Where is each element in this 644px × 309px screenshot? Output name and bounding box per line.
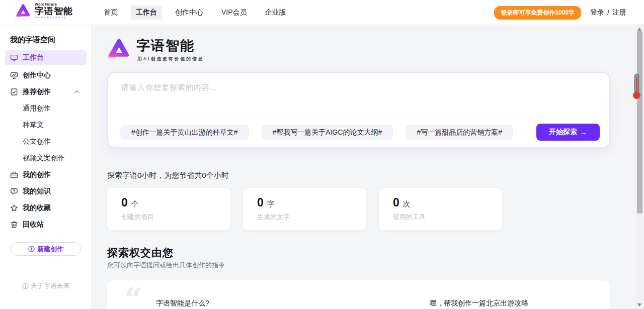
briefcase-icon	[10, 171, 18, 179]
stats-cards: 0 个 创建的项目 0 字 生成的文字 0 次 使用的工具	[107, 188, 502, 230]
top-header: WordFuture 字语智能 用AI创造更有价值的信息 首页 工作台 创作中心…	[0, 0, 644, 25]
explore-section-title: 探索权交由您	[107, 246, 174, 260]
stat-value: 0	[257, 196, 264, 210]
page-scrollbar[interactable]	[635, 24, 644, 309]
scroll-up-icon[interactable]	[637, 28, 641, 31]
stat-value: 0	[121, 196, 128, 210]
sidebar-item-my-creations[interactable]: 我的创作	[0, 166, 92, 183]
sidebar-subitem-general[interactable]: 通用创作	[0, 100, 92, 117]
stat-label: 使用的工具	[393, 213, 502, 222]
sidebar-item-label: 推荐创作	[23, 87, 51, 96]
suggestion-chip-huangshan[interactable]: #创作一篇关于黄山出游的种草文#	[120, 125, 249, 140]
start-explore-button[interactable]: 开始探索 →	[536, 124, 600, 141]
quote-question[interactable]: 字语智能是什么?	[156, 299, 209, 308]
new-creation-label: 新建创作	[37, 245, 63, 254]
recommend-doc-icon	[10, 88, 18, 96]
search-input[interactable]	[121, 83, 574, 112]
stats-summary: 探索字语0小时，为您节省共0个小时	[107, 171, 229, 180]
sidebar-item-recycle-bin[interactable]: 回收站	[0, 216, 92, 233]
app-screen: WordFuture 字语智能 用AI创造更有价值的信息 首页 工作台 创作中心…	[0, 0, 644, 309]
nav-creation-center[interactable]: 创作中心	[170, 6, 208, 20]
explore-section-subtitle: 您可以向字语提问或给出具体创作的指令	[107, 261, 225, 270]
new-creation-button[interactable]: 新建创作	[11, 242, 81, 256]
sidebar-item-creation-center[interactable]: 创作中心	[0, 67, 92, 83]
search-card: #创作一篇关于黄山出游的种草文# #帮我写一篇关于AIGC的论文大纲# #写一篇…	[107, 72, 610, 148]
hero-triangle-icon	[107, 37, 131, 62]
sidebar-item-my-knowledge[interactable]: 我的知识	[0, 183, 92, 199]
stat-label: 生成的文字	[257, 213, 366, 222]
hero-tagline: 用AI创造更有价值的信息	[137, 56, 204, 62]
sidebar-title: 我的字语空间	[10, 35, 55, 45]
suggestion-row: #创作一篇关于黄山出游的种草文# #帮我写一篇关于AIGC的论文大纲# #写一篇…	[120, 124, 600, 141]
brand-triangle-icon	[15, 3, 31, 18]
scrollbar-thumb[interactable]	[637, 31, 642, 214]
hero-title: 字语智能	[136, 37, 204, 54]
star-icon	[10, 204, 18, 212]
main-nav: 首页 工作台 创作中心 VIP会员 企业版	[99, 0, 291, 25]
brand-logo[interactable]: WordFuture 字语智能 用AI创造更有价值的信息	[15, 3, 73, 19]
suggestion-chip-aigc[interactable]: #帮我写一篇关于AIGC的论文大纲#	[262, 125, 393, 140]
chevron-up-icon[interactable]	[74, 90, 79, 93]
about-link[interactable]: 关于字语未来	[0, 281, 92, 290]
main-content: 字语智能 用AI创造更有价值的信息 #创作一篇关于黄山出游的种草文# #帮我写一…	[92, 25, 644, 309]
login-link[interactable]: 登录	[590, 8, 604, 17]
stat-card-words: 0 字 生成的文字	[243, 188, 366, 230]
auth-links: 登录 / 注册	[590, 8, 626, 17]
sidebar-item-label: 创作中心	[23, 71, 51, 80]
sidebar-item-label: 我的收藏	[23, 203, 51, 213]
brand-tagline-micro: 用AI创造更有价值的信息	[35, 17, 73, 19]
thermometer-icon	[631, 73, 642, 99]
about-label: 关于字语未来	[31, 281, 70, 290]
arrow-right-icon: →	[580, 128, 587, 136]
register-link[interactable]: 注册	[612, 8, 626, 17]
trash-icon	[10, 221, 18, 229]
sidebar-item-recommended[interactable]: 推荐创作	[0, 83, 92, 100]
sidebar-item-label: 我的创作	[23, 170, 51, 179]
nav-workbench[interactable]: 工作台	[131, 6, 162, 20]
sidebar-item-label: 工作台	[23, 53, 44, 62]
promo-badge[interactable]: 登录即可享免费创作1000字	[494, 6, 581, 20]
stat-card-tools: 0 次 使用的工具	[379, 188, 502, 230]
nav-vip[interactable]: VIP会员	[216, 6, 252, 20]
monitor-icon	[10, 54, 18, 62]
knowledge-bubble-icon	[10, 187, 18, 195]
suggestion-chip-dessert[interactable]: #写一篇甜品店的营销方案#	[406, 125, 513, 140]
header-right: 登录即可享免费创作1000字 登录 / 注册	[494, 0, 626, 25]
stat-unit: 次	[403, 199, 411, 209]
brand-name-en: WordFuture	[35, 3, 73, 6]
quote-icon: “	[124, 283, 143, 309]
hero-logo: 字语智能 用AI创造更有价值的信息	[107, 37, 204, 62]
sidebar-subitem-seeding[interactable]: 种草文	[0, 117, 92, 133]
brand-name-zh: 字语智能	[35, 7, 73, 16]
start-explore-label: 开始探索	[549, 128, 577, 137]
sidebar-item-workbench[interactable]: 工作台	[5, 50, 87, 65]
search-divider	[120, 117, 597, 117]
stat-unit: 个	[131, 199, 139, 209]
sidebar-menu: 工作台 创作中心 推荐创作	[0, 50, 92, 233]
auth-divider: /	[607, 9, 609, 17]
stat-label: 创建的项目	[121, 213, 230, 222]
sidebar-item-label: 回收站	[23, 220, 44, 229]
stat-unit: 字	[267, 199, 275, 209]
sidebar-subitem-video-copy[interactable]: 视频文案创作	[0, 150, 92, 166]
quote-example[interactable]: 嘿，帮我创作一篇北京出游攻略	[430, 299, 528, 308]
info-circle-icon	[22, 283, 29, 289]
creation-monitor-icon	[10, 71, 18, 79]
stat-card-projects: 0 个 创建的项目	[107, 188, 230, 230]
scroll-down-icon[interactable]	[637, 303, 641, 306]
plus-circle-icon	[28, 246, 35, 252]
quote-card: “ 字语智能是什么? 嘿，帮我创作一篇北京出游攻略	[107, 280, 610, 309]
stat-value: 0	[393, 196, 399, 210]
nav-enterprise[interactable]: 企业版	[260, 6, 291, 20]
nav-home[interactable]: 首页	[99, 6, 123, 20]
sidebar: 我的字语空间 工作台 创作中心	[0, 25, 92, 309]
sidebar-item-label: 我的知识	[23, 187, 51, 196]
sidebar-subitem-official[interactable]: 公文创作	[0, 133, 92, 150]
sidebar-item-my-favorites[interactable]: 我的收藏	[0, 199, 92, 216]
